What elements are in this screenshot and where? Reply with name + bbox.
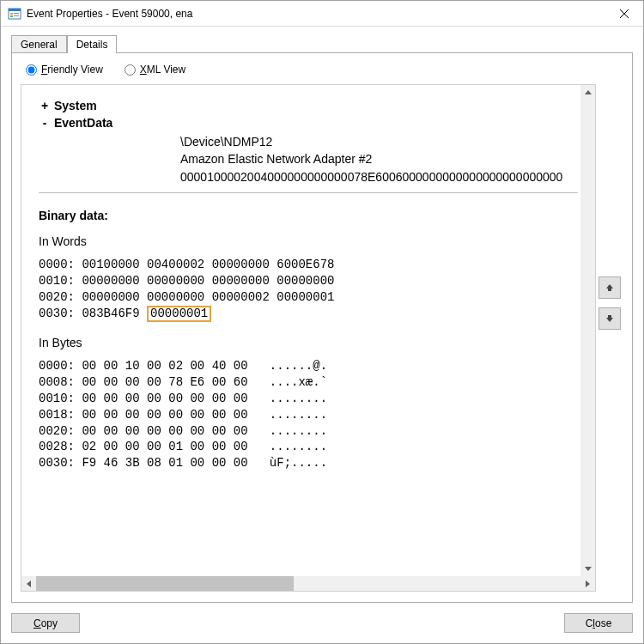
- close-button[interactable]: Close: [564, 613, 633, 633]
- radio-xml-input[interactable]: [125, 64, 136, 76]
- tab-body: Friendly View XML View + System: [11, 52, 633, 603]
- svg-rect-1: [9, 9, 21, 11]
- svg-marker-10: [27, 580, 31, 587]
- words-l3: 0020: 00000000 00000000 00000002 0000000…: [39, 290, 334, 304]
- client-area: General Details Friendly View XML View: [1, 27, 643, 643]
- horizontal-scrollbar[interactable]: [21, 576, 595, 591]
- eventdata-line-1: \Device\NDMP12: [180, 133, 578, 150]
- binary-title: Binary data:: [39, 209, 578, 222]
- svg-marker-11: [586, 580, 590, 587]
- svg-marker-12: [606, 284, 613, 291]
- svg-marker-8: [585, 90, 592, 94]
- scroll-up-icon[interactable]: [580, 85, 595, 100]
- eventdata-values: \Device\NDMP12 Amazon Elastic Network Ad…: [180, 133, 578, 185]
- divider: [39, 192, 578, 193]
- radio-friendly-input[interactable]: [26, 64, 37, 76]
- svg-rect-4: [14, 13, 19, 14]
- next-event-button[interactable]: [598, 307, 621, 330]
- svg-marker-9: [585, 567, 592, 571]
- content-frame: + System - EventData \Device\NDMP12 Amaz…: [21, 84, 596, 592]
- words-l4-a: 0030: 083B46F9: [39, 307, 147, 320]
- close-icon: [620, 9, 629, 18]
- window-close-button[interactable]: [605, 1, 643, 26]
- radio-friendly-view[interactable]: Friendly View: [26, 64, 103, 76]
- words-l1: 0000: 00100000 00400002 00000000 6000E67…: [39, 258, 334, 271]
- app-icon: [8, 7, 21, 21]
- svg-rect-2: [10, 13, 13, 15]
- in-words-title: In Words: [39, 234, 578, 248]
- bytes-l4: 0018: 00 00 00 00 00 00 00 00 ........: [39, 408, 327, 422]
- eventdata-line-2: Amazon Elastic Network Adapter #2: [180, 150, 578, 167]
- scroll-area: + System - EventData \Device\NDMP12 Amaz…: [21, 85, 595, 591]
- scroll-down-icon[interactable]: [580, 562, 595, 576]
- vertical-scrollbar[interactable]: [580, 85, 595, 576]
- arrow-up-icon: [605, 283, 615, 293]
- radio-xml-view[interactable]: XML View: [125, 64, 185, 76]
- tab-details[interactable]: Details: [67, 35, 118, 53]
- svg-marker-13: [606, 315, 613, 322]
- bytes-l7: 0030: F9 46 3B 08 01 00 00 00 ùF;.....: [39, 456, 327, 470]
- scroll-right-icon[interactable]: [580, 576, 595, 591]
- bytes-l3: 0010: 00 00 00 00 00 00 00 00 ........: [39, 392, 327, 405]
- tree-eventdata-toggle[interactable]: -: [39, 116, 51, 130]
- details-pane: Friendly View XML View + System: [21, 64, 596, 592]
- arrow-down-icon: [605, 313, 615, 324]
- radio-xml-label: XML View: [140, 64, 185, 76]
- radio-friendly-label: Friendly View: [41, 64, 103, 76]
- in-bytes-block: 0000: 00 00 10 00 02 00 40 00 ......@. 0…: [39, 358, 578, 471]
- bytes-l6: 0028: 02 00 00 00 01 00 00 00 ........: [39, 440, 327, 453]
- words-l2: 0010: 00000000 00000000 00000000 0000000…: [39, 274, 334, 288]
- eventdata-line-3: 0000100002004000000000000078E60060000000…: [180, 168, 578, 185]
- content-inner: + System - EventData \Device\NDMP12 Amaz…: [21, 85, 595, 471]
- tree-eventdata-label: EventData: [54, 116, 112, 130]
- copy-u: C: [33, 617, 41, 629]
- tree-system-label: System: [54, 99, 97, 112]
- words-l4-highlight: 00000001: [147, 306, 211, 322]
- copy-button[interactable]: Copy: [11, 613, 80, 633]
- view-mode-row: Friendly View XML View: [21, 64, 596, 76]
- bytes-l5: 0020: 00 00 00 00 00 00 00 00 ........: [39, 424, 327, 438]
- tree-system-row[interactable]: + System: [39, 99, 578, 112]
- tree-system-toggle[interactable]: +: [39, 99, 51, 112]
- bytes-l2: 0008: 00 00 00 00 78 E6 00 60 ....xæ.`: [39, 375, 327, 389]
- scroll-left-icon[interactable]: [21, 576, 36, 591]
- prev-event-button[interactable]: [598, 276, 621, 299]
- in-words-block: 0000: 00100000 00400002 00000000 6000E67…: [39, 257, 578, 322]
- titlebar: Event Properties - Event 59000, ena: [1, 1, 643, 27]
- tab-general[interactable]: General: [11, 35, 67, 53]
- h-scroll-thumb[interactable]: [36, 576, 294, 591]
- bytes-l1: 0000: 00 00 10 00 02 00 40 00 ......@.: [39, 359, 327, 373]
- tab-strip: General Details: [11, 33, 633, 52]
- svg-rect-5: [14, 15, 19, 16]
- event-properties-window: Event Properties - Event 59000, ena Gene…: [0, 0, 644, 644]
- nav-column: [596, 64, 623, 592]
- svg-rect-3: [10, 15, 13, 17]
- button-row: Copy Close: [11, 613, 633, 633]
- tree-eventdata-row[interactable]: - EventData: [39, 116, 578, 130]
- close-text: Close: [586, 617, 612, 629]
- window-title: Event Properties - Event 59000, ena: [27, 8, 605, 20]
- in-bytes-title: In Bytes: [39, 336, 578, 349]
